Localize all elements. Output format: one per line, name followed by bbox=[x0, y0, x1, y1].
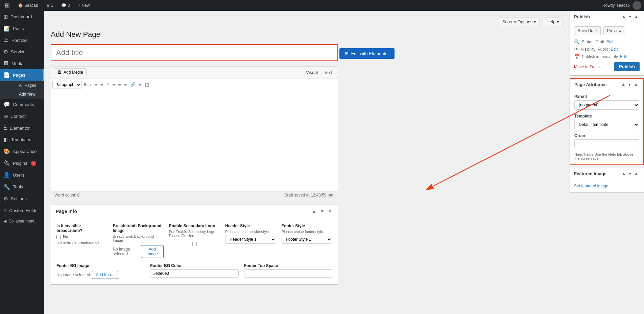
ordered-list-button[interactable]: ≡ bbox=[99, 81, 105, 88]
publish-time-edit-link[interactable]: Edit bbox=[620, 54, 627, 59]
align-left-button[interactable]: ≡ bbox=[111, 81, 117, 88]
save-draft-button[interactable]: Save Draft bbox=[574, 26, 601, 35]
sidebar-label-elementor: Elementor bbox=[10, 126, 30, 131]
featured-image-header[interactable]: Featured image ▲ ▾ ▲ bbox=[570, 168, 644, 179]
publish-button[interactable]: Publish bbox=[614, 62, 640, 71]
avatar bbox=[633, 1, 641, 10]
more-button[interactable]: ≡ bbox=[137, 81, 143, 88]
status-edit-link[interactable]: Edit bbox=[606, 40, 614, 44]
admin-bar-logo[interactable]: ⊞ bbox=[3, 0, 12, 11]
publish-close[interactable]: ▲ bbox=[633, 14, 640, 19]
sidebar-item-service[interactable]: ⚙ Service bbox=[0, 46, 44, 58]
sidebar-item-templates[interactable]: ◧ Templates bbox=[0, 134, 44, 146]
bold-button[interactable]: B bbox=[82, 81, 88, 88]
howdy-text: Howdy, seacab bbox=[600, 3, 633, 8]
sidebar: ⊞ Dashboard 📝 Posts 🗂 Portfolio ⚙ Servic… bbox=[0, 11, 44, 314]
portfolio-icon: 🗂 bbox=[3, 37, 9, 43]
format-select[interactable]: Paragraph bbox=[52, 81, 82, 88]
order-input[interactable]: 0 bbox=[574, 139, 639, 148]
sidebar-item-posts[interactable]: 📝 Posts bbox=[0, 23, 44, 34]
italic-button[interactable]: I bbox=[88, 81, 93, 88]
sidebar-item-custom-fields[interactable]: ≡ Custom Fields bbox=[0, 205, 44, 216]
sidebar-item-pages[interactable]: 📄 Pages bbox=[0, 69, 44, 81]
editor-toolbar: Paragraph B I ≡ ≡ ❝ ≡ ≡ ≡ 🔗 ≡ ◫ bbox=[51, 79, 338, 90]
sidebar-item-settings[interactable]: ⚙ Settings bbox=[0, 193, 44, 205]
page-attributes-header[interactable]: Page Attributes ▲ ▾ ▲ bbox=[570, 79, 643, 90]
set-featured-image-link[interactable]: Set featured image bbox=[574, 184, 608, 188]
tools-icon: 🔧 bbox=[3, 184, 10, 190]
featured-image-close[interactable]: ▲ bbox=[633, 171, 640, 176]
page-title-input[interactable] bbox=[51, 44, 338, 61]
screen-options-button[interactable]: Screen Options ▾ bbox=[499, 18, 540, 26]
link-button[interactable]: 🔗 bbox=[128, 81, 137, 88]
visual-text-tabs: Visual Text bbox=[303, 69, 335, 76]
sidebar-item-tools[interactable]: 🔧 Tools bbox=[0, 181, 44, 193]
footer-style-select[interactable]: Footer Style 1 bbox=[282, 235, 332, 244]
admin-bar-comments[interactable]: 💬 0 bbox=[59, 0, 72, 11]
unordered-list-button[interactable]: ≡ bbox=[93, 81, 99, 88]
help-button[interactable]: Help ▾ bbox=[543, 18, 563, 26]
sidebar-item-comments[interactable]: 💬 Comments bbox=[0, 99, 44, 110]
section-close-button[interactable]: ✕ bbox=[327, 208, 333, 214]
footer-bg-color-input[interactable] bbox=[150, 269, 238, 278]
page-attributes-close[interactable]: ▲ bbox=[633, 82, 639, 87]
page-attributes-down[interactable]: ▾ bbox=[627, 82, 632, 87]
align-right-button[interactable]: ≡ bbox=[122, 81, 128, 88]
blockquote-button[interactable]: ❝ bbox=[105, 81, 111, 88]
sidebar-item-users[interactable]: 👤 Users bbox=[0, 169, 44, 181]
collapse-menu[interactable]: ◀ Collapse menu bbox=[0, 216, 44, 226]
featured-image-down[interactable]: ▾ bbox=[628, 171, 632, 176]
sidebar-item-contact[interactable]: ✉ Contact bbox=[0, 110, 44, 122]
sidebar-sub-all-pages[interactable]: All Pages bbox=[9, 81, 44, 90]
secondary-logo-checkbox[interactable] bbox=[169, 242, 220, 246]
footer-add-image-button[interactable]: Add Ima... bbox=[92, 271, 118, 279]
sidebar-item-media[interactable]: 🖼 Media bbox=[0, 58, 44, 69]
align-center-button[interactable]: ≡ bbox=[117, 81, 123, 88]
header-style-select[interactable]: Header Style 1 bbox=[225, 235, 276, 244]
comments-icon: 💬 bbox=[3, 101, 10, 108]
move-to-trash-link[interactable]: Move to Trash bbox=[574, 64, 600, 69]
updates-count: 1 bbox=[51, 3, 53, 8]
add-image-button[interactable]: Add Image bbox=[141, 245, 164, 258]
sidebar-item-portfolio[interactable]: 🗂 Portfolio bbox=[0, 34, 44, 46]
section-controls: ▲ ▼ ✕ bbox=[311, 208, 333, 214]
sidebar-item-elementor[interactable]: E Elementor bbox=[0, 122, 44, 134]
breadcrumb-checkbox[interactable] bbox=[56, 235, 61, 239]
featured-image-up[interactable]: ▲ bbox=[620, 171, 627, 176]
admin-bar-new[interactable]: + New bbox=[76, 0, 92, 11]
publish-status-row: 🔍 Status: Draft Edit bbox=[574, 39, 640, 45]
tab-text[interactable]: Text bbox=[321, 69, 335, 76]
publish-metabox-header[interactable]: Publish ▲ ▾ ▲ bbox=[570, 11, 644, 22]
page-attributes-up[interactable]: ▲ bbox=[620, 82, 627, 87]
featured-image-controls: ▲ ▾ ▲ bbox=[620, 171, 640, 176]
sidebar-sub-pages: All Pages Add New bbox=[0, 81, 44, 99]
draft-saved-text: Draft saved at 12:43:59 pm. bbox=[284, 193, 334, 198]
publish-metabox: Publish ▲ ▾ ▲ Save Draft Preview 🔍 Statu… bbox=[570, 11, 644, 76]
section-down-button[interactable]: ▼ bbox=[319, 208, 326, 214]
all-pages-label: All Pages bbox=[19, 83, 36, 88]
section-up-button[interactable]: ▲ bbox=[311, 208, 317, 214]
custom-fields-icon: ≡ bbox=[3, 207, 6, 213]
table-button[interactable]: ◫ bbox=[143, 81, 151, 88]
preview-button[interactable]: Preview bbox=[603, 26, 625, 35]
admin-bar-site[interactable]: 🏠 Seacab bbox=[16, 0, 40, 11]
sidebar-sub-add-new[interactable]: Add New bbox=[9, 90, 44, 99]
parent-select[interactable]: (no parent) bbox=[574, 100, 639, 110]
template-select[interactable]: Default template bbox=[574, 120, 639, 129]
sidebar-item-plugins[interactable]: 🔌 Plugins 1 bbox=[0, 157, 44, 169]
edit-with-elementor-button[interactable]: ⊞ Edit with Elementor bbox=[339, 48, 395, 59]
admin-bar-updates[interactable]: ⊞ 1 bbox=[44, 0, 55, 11]
dashboard-icon: ⊞ bbox=[3, 14, 8, 20]
visibility-edit-link[interactable]: Edit bbox=[611, 47, 618, 52]
sidebar-item-appearance[interactable]: 🎨 Appearance bbox=[0, 146, 44, 157]
sidebar-item-dashboard[interactable]: ⊞ Dashboard bbox=[0, 11, 44, 23]
tab-visual[interactable]: Visual bbox=[303, 69, 321, 76]
publish-collapse-down[interactable]: ▾ bbox=[628, 14, 632, 19]
add-media-button[interactable]: 🖼 Add Media bbox=[54, 68, 87, 76]
page-area: Screen Options ▾ Help ▾ Add New Page ⊞ E… bbox=[44, 11, 644, 314]
editor-body[interactable] bbox=[51, 90, 338, 191]
footer-top-space-input[interactable] bbox=[244, 269, 332, 278]
page-title: Add New Page bbox=[51, 30, 563, 39]
help-text: Need help? Use the Help tab above the sc… bbox=[574, 152, 633, 160]
publish-collapse-up[interactable]: ▲ bbox=[620, 14, 627, 19]
